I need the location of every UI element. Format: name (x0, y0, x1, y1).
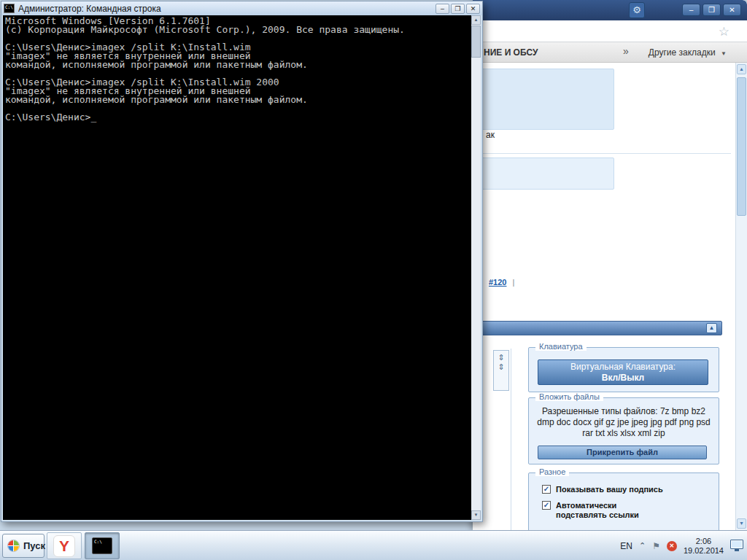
show-signature-checkbox[interactable]: ✓ (542, 485, 551, 494)
console-line: командой, исполняемой программой или пак… (5, 96, 469, 104)
network-monitor-icon[interactable] (730, 540, 743, 549)
resize-vertical-icon: ⇕ (494, 353, 508, 362)
editor-resize-handle[interactable]: ⇕ ⇕ (493, 350, 509, 391)
windows-logo-green (14, 540, 19, 545)
bookmarks-bar: НИЕ И ОБСУ » Другие закладки ▼ (473, 42, 747, 63)
yandex-browser-icon: Y (53, 535, 75, 557)
other-bookmarks-label: Другие закладки (649, 47, 716, 58)
attach-file-button[interactable]: Прикрепить файл (538, 446, 707, 459)
windows-logo-yellow (14, 546, 19, 551)
console-scrollbar[interactable]: ▲ ▼ (471, 15, 481, 520)
keyboard-panel-legend: Клавиатура (535, 342, 587, 351)
clock-date: 19.02.2014 (684, 546, 724, 556)
virtual-keyboard-button-line1: Виртуальная Клавиатура: (538, 362, 708, 373)
post-number-line: #120 | (489, 278, 514, 287)
scroll-down-icon[interactable]: ▼ (737, 518, 746, 529)
cmd-titlebar[interactable]: C:\ Администратор: Командная строка – ❐ … (1, 1, 482, 15)
browser-close-button[interactable]: ✕ (723, 4, 741, 16)
show-hidden-icons-icon[interactable]: ⌃ (639, 541, 646, 551)
console-prompt-line: C:\Users\Денис>_ (5, 113, 469, 122)
page-panel (481, 69, 614, 130)
cmd-window-title: Администратор: Командная строка (18, 4, 432, 14)
windows-logo-icon (7, 540, 20, 552)
scroll-down-icon[interactable]: ▼ (471, 510, 481, 520)
taskbar: Пуск Y C:\ EN ⌃ ⚑ ✕ 2:06 19.02.2014 (0, 530, 747, 560)
console-output[interactable]: Microsoft Windows [Version 6.1.7601] (c)… (3, 15, 471, 520)
virtual-keyboard-toggle-button[interactable]: Виртуальная Клавиатура: Вкл/Выкл (538, 359, 708, 385)
browser-window: ⚙ – ❐ ✕ ☆ НИЕ И ОБСУ » Другие закладки ▼… (473, 0, 747, 530)
allowed-file-types-text: Разрешенные типы файлов: 7z bmp bz2 dmp … (536, 406, 711, 439)
cmd-window: C:\ Администратор: Командная строка – ❐ … (1, 1, 483, 522)
resize-vertical-icon: ⇕ (494, 362, 508, 372)
cmd-window-controls: – ❐ ✕ (436, 4, 480, 14)
start-button-label: Пуск (23, 540, 45, 551)
page-divider (480, 153, 731, 154)
attach-panel-legend: Вложить файлы (535, 392, 603, 401)
gear-icon[interactable]: ⚙ (629, 2, 645, 18)
keyboard-panel: Клавиатура Виртуальная Клавиатура: Вкл/В… (528, 347, 719, 392)
bookmarks-overflow-icon[interactable]: » (623, 45, 629, 57)
console-line: командой, исполняемой программой или пак… (5, 61, 469, 69)
collapse-section-button[interactable]: ▲ (706, 323, 717, 333)
bookmark-star-icon[interactable]: ☆ (719, 24, 729, 39)
virtual-keyboard-button-line2: Вкл/Выкл (538, 373, 708, 384)
windows-logo-blue (8, 546, 13, 551)
page-scrollbar-thumb[interactable] (737, 77, 746, 216)
console-line: (c) Корпорация Майкрософт (Microsoft Cor… (5, 26, 469, 34)
show-signature-label: Показывать вашу подпись (556, 485, 663, 494)
post-separator: | (513, 278, 515, 287)
forum-page: ак #120 | ▲ ⇕ ⇕ Клавиатура Виртуальная К… (473, 63, 735, 530)
cmd-minimize-button[interactable]: – (436, 4, 449, 14)
browser-titlebar[interactable]: ⚙ – ❐ ✕ (473, 0, 747, 20)
show-signature-option[interactable]: ✓ Показывать вашу подпись (542, 485, 706, 494)
dropdown-caret-icon: ▼ (721, 50, 727, 57)
editor-panel-divider (511, 349, 511, 530)
auto-link-option[interactable]: ✓ Автоматически подставлять ссылки (542, 501, 670, 520)
windows-logo-red (8, 540, 13, 545)
action-center-flag-icon[interactable]: ⚑ (652, 541, 660, 551)
attach-files-panel: Вложить файлы Разрешенные типы файлов: 7… (528, 397, 719, 464)
scroll-up-icon[interactable]: ▲ (471, 15, 481, 25)
page-text-snippet: ак (486, 130, 495, 140)
browser-window-controls: – ❐ ✕ (682, 4, 741, 16)
auto-link-checkbox[interactable]: ✓ (542, 501, 551, 510)
browser-maximize-button[interactable]: ❐ (703, 4, 721, 16)
cmd-taskbar-icon: C:\ (92, 537, 112, 554)
auto-link-label: Автоматически подставлять ссылки (556, 501, 670, 520)
bookmark-item[interactable]: НИЕ И ОБСУ (484, 47, 538, 58)
taskbar-item-yandex-browser[interactable]: Y (47, 532, 82, 559)
taskbar-clock[interactable]: 2:06 19.02.2014 (684, 537, 724, 556)
taskbar-item-cmd-active[interactable]: C:\ (85, 532, 120, 559)
console-scrollbar-thumb[interactable] (471, 26, 481, 58)
clock-time: 2:06 (684, 537, 724, 546)
error-status-icon[interactable]: ✕ (667, 541, 677, 551)
cmd-system-icon[interactable]: C:\ (4, 4, 15, 13)
browser-minimize-button[interactable]: – (682, 4, 700, 16)
post-number-link[interactable]: #120 (489, 278, 506, 287)
page-scrollbar[interactable]: ▲ ▼ (735, 63, 747, 530)
start-button[interactable]: Пуск (2, 534, 44, 558)
misc-panel-legend: Разное (535, 467, 569, 476)
other-bookmarks-button[interactable]: Другие закладки ▼ (649, 47, 727, 58)
scroll-up-icon[interactable]: ▲ (737, 64, 746, 74)
forum-section-header: ▲ (481, 321, 722, 335)
cmd-restore-button[interactable]: ❐ (451, 4, 465, 14)
system-tray: EN ⌃ ⚑ ✕ 2:06 19.02.2014 (620, 531, 743, 560)
misc-options-panel: Разное ✓ Показывать вашу подпись ✓ Автом… (528, 472, 719, 530)
page-panel (481, 158, 614, 190)
cmd-close-button[interactable]: ✕ (466, 4, 480, 14)
browser-omnibox[interactable]: ☆ (473, 20, 747, 42)
language-indicator[interactable]: EN (620, 541, 632, 551)
